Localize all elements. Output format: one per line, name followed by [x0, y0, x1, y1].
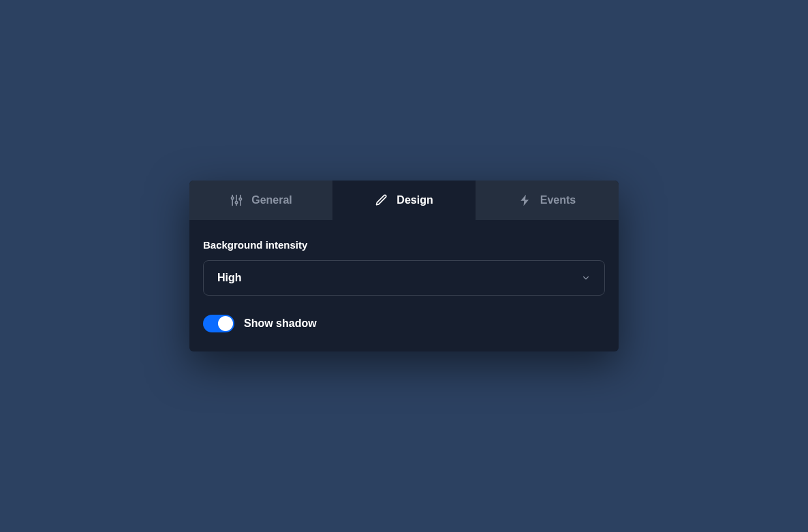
show-shadow-toggle[interactable]: [203, 315, 234, 332]
show-shadow-row: Show shadow: [203, 315, 605, 332]
tab-general[interactable]: General: [189, 181, 332, 220]
tab-label: General: [251, 194, 292, 206]
tab-design[interactable]: Design: [332, 181, 476, 220]
settings-panel: General Design Events Background intensi…: [189, 181, 619, 351]
background-intensity-label: Background intensity: [203, 239, 605, 251]
toggle-knob: [218, 316, 233, 331]
sliders-icon: [230, 193, 243, 207]
tab-label: Events: [540, 194, 576, 206]
svg-point-3: [232, 197, 234, 199]
tab-events[interactable]: Events: [476, 181, 619, 220]
svg-point-4: [236, 202, 238, 204]
background-intensity-select[interactable]: High: [203, 260, 605, 296]
select-value: High: [217, 272, 242, 284]
svg-point-5: [239, 198, 241, 200]
tab-content: Background intensity High Show shadow: [189, 220, 619, 351]
pencil-icon: [375, 193, 388, 207]
chevron-down-icon: [581, 273, 591, 283]
tabs-container: General Design Events: [189, 181, 619, 220]
bolt-icon: [518, 193, 532, 207]
tab-label: Design: [397, 194, 433, 206]
show-shadow-label: Show shadow: [244, 317, 317, 330]
